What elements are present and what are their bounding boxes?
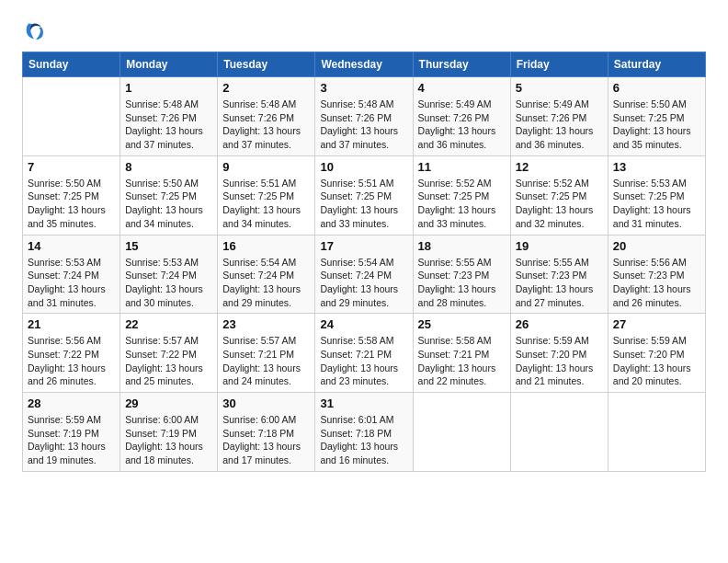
page-header <box>22 18 706 44</box>
day-number: 7 <box>28 160 115 174</box>
calendar-cell: 26Sunrise: 5:59 AM Sunset: 7:20 PM Dayli… <box>510 314 608 393</box>
calendar-cell: 3Sunrise: 5:48 AM Sunset: 7:26 PM Daylig… <box>315 77 413 156</box>
day-number: 31 <box>320 396 407 410</box>
day-info: Sunrise: 6:00 AM Sunset: 7:19 PM Dayligh… <box>125 413 212 467</box>
calendar-cell: 6Sunrise: 5:50 AM Sunset: 7:25 PM Daylig… <box>608 77 705 156</box>
weekday-header: Wednesday <box>315 52 413 77</box>
calendar-cell <box>608 393 705 472</box>
calendar-cell: 12Sunrise: 5:52 AM Sunset: 7:25 PM Dayli… <box>510 155 608 235</box>
calendar-cell: 14Sunrise: 5:53 AM Sunset: 7:24 PM Dayli… <box>23 235 120 314</box>
day-info: Sunrise: 6:00 AM Sunset: 7:18 PM Dayligh… <box>222 413 310 467</box>
day-info: Sunrise: 5:54 AM Sunset: 7:24 PM Dayligh… <box>320 256 407 310</box>
day-number: 30 <box>222 396 310 410</box>
calendar-week-row: 1Sunrise: 5:48 AM Sunset: 7:26 PM Daylig… <box>23 77 706 156</box>
day-number: 9 <box>222 160 310 174</box>
day-info: Sunrise: 5:59 AM Sunset: 7:20 PM Dayligh… <box>613 334 700 388</box>
day-info: Sunrise: 5:55 AM Sunset: 7:23 PM Dayligh… <box>418 256 506 310</box>
day-number: 26 <box>516 317 603 331</box>
day-info: Sunrise: 5:53 AM Sunset: 7:25 PM Dayligh… <box>613 177 700 231</box>
day-number: 1 <box>125 81 212 95</box>
day-number: 12 <box>516 160 603 174</box>
day-info: Sunrise: 5:57 AM Sunset: 7:22 PM Dayligh… <box>125 334 212 388</box>
day-number: 3 <box>320 81 407 95</box>
day-number: 10 <box>320 160 407 174</box>
day-info: Sunrise: 5:50 AM Sunset: 7:25 PM Dayligh… <box>613 98 700 152</box>
calendar-cell: 11Sunrise: 5:52 AM Sunset: 7:25 PM Dayli… <box>413 155 510 235</box>
day-info: Sunrise: 5:56 AM Sunset: 7:22 PM Dayligh… <box>28 334 115 388</box>
day-number: 24 <box>320 317 407 331</box>
calendar-cell: 21Sunrise: 5:56 AM Sunset: 7:22 PM Dayli… <box>23 314 120 393</box>
calendar-cell: 28Sunrise: 5:59 AM Sunset: 7:19 PM Dayli… <box>23 393 120 472</box>
calendar-cell: 8Sunrise: 5:50 AM Sunset: 7:25 PM Daylig… <box>120 155 218 235</box>
day-number: 13 <box>613 160 700 174</box>
day-info: Sunrise: 5:49 AM Sunset: 7:26 PM Dayligh… <box>418 98 506 152</box>
calendar-cell: 10Sunrise: 5:51 AM Sunset: 7:25 PM Dayli… <box>315 155 413 235</box>
day-info: Sunrise: 5:58 AM Sunset: 7:21 PM Dayligh… <box>320 334 407 388</box>
day-info: Sunrise: 5:48 AM Sunset: 7:26 PM Dayligh… <box>222 98 310 152</box>
day-info: Sunrise: 5:53 AM Sunset: 7:24 PM Dayligh… <box>28 256 115 310</box>
calendar-cell <box>510 393 608 472</box>
weekday-header: Friday <box>510 52 608 77</box>
day-number: 23 <box>222 317 310 331</box>
calendar-cell: 17Sunrise: 5:54 AM Sunset: 7:24 PM Dayli… <box>315 235 413 314</box>
weekday-header: Thursday <box>413 52 510 77</box>
day-info: Sunrise: 6:01 AM Sunset: 7:18 PM Dayligh… <box>320 413 407 467</box>
calendar-cell: 15Sunrise: 5:53 AM Sunset: 7:24 PM Dayli… <box>120 235 218 314</box>
day-info: Sunrise: 5:56 AM Sunset: 7:23 PM Dayligh… <box>613 256 700 310</box>
day-info: Sunrise: 5:48 AM Sunset: 7:26 PM Dayligh… <box>125 98 212 152</box>
weekday-header: Monday <box>120 52 218 77</box>
day-info: Sunrise: 5:55 AM Sunset: 7:23 PM Dayligh… <box>516 256 603 310</box>
day-number: 15 <box>125 239 212 253</box>
calendar-cell: 19Sunrise: 5:55 AM Sunset: 7:23 PM Dayli… <box>510 235 608 314</box>
day-info: Sunrise: 5:59 AM Sunset: 7:19 PM Dayligh… <box>28 413 115 467</box>
day-number: 4 <box>418 81 506 95</box>
day-info: Sunrise: 5:52 AM Sunset: 7:25 PM Dayligh… <box>516 177 603 231</box>
calendar-cell: 1Sunrise: 5:48 AM Sunset: 7:26 PM Daylig… <box>120 77 218 156</box>
day-number: 21 <box>28 317 115 331</box>
calendar-week-row: 21Sunrise: 5:56 AM Sunset: 7:22 PM Dayli… <box>23 314 706 393</box>
day-number: 8 <box>125 160 212 174</box>
calendar-cell <box>413 393 510 472</box>
day-number: 11 <box>418 160 506 174</box>
day-info: Sunrise: 5:54 AM Sunset: 7:24 PM Dayligh… <box>222 256 310 310</box>
day-info: Sunrise: 5:51 AM Sunset: 7:25 PM Dayligh… <box>222 177 310 231</box>
day-info: Sunrise: 5:49 AM Sunset: 7:26 PM Dayligh… <box>516 98 603 152</box>
calendar-cell: 30Sunrise: 6:00 AM Sunset: 7:18 PM Dayli… <box>218 393 315 472</box>
calendar-week-row: 7Sunrise: 5:50 AM Sunset: 7:25 PM Daylig… <box>23 155 706 235</box>
calendar-table: SundayMondayTuesdayWednesdayThursdayFrid… <box>22 52 706 472</box>
day-number: 18 <box>418 239 506 253</box>
logo-icon <box>22 18 48 44</box>
day-number: 25 <box>418 317 506 331</box>
calendar-week-row: 28Sunrise: 5:59 AM Sunset: 7:19 PM Dayli… <box>23 393 706 472</box>
day-number: 28 <box>28 396 115 410</box>
day-number: 22 <box>125 317 212 331</box>
day-number: 6 <box>613 81 700 95</box>
calendar-cell: 18Sunrise: 5:55 AM Sunset: 7:23 PM Dayli… <box>413 235 510 314</box>
calendar-cell: 7Sunrise: 5:50 AM Sunset: 7:25 PM Daylig… <box>23 155 120 235</box>
day-info: Sunrise: 5:58 AM Sunset: 7:21 PM Dayligh… <box>418 334 506 388</box>
day-info: Sunrise: 5:48 AM Sunset: 7:26 PM Dayligh… <box>320 98 407 152</box>
calendar-cell: 13Sunrise: 5:53 AM Sunset: 7:25 PM Dayli… <box>608 155 705 235</box>
calendar-cell: 4Sunrise: 5:49 AM Sunset: 7:26 PM Daylig… <box>413 77 510 156</box>
day-info: Sunrise: 5:53 AM Sunset: 7:24 PM Dayligh… <box>125 256 212 310</box>
day-number: 14 <box>28 239 115 253</box>
calendar-cell: 25Sunrise: 5:58 AM Sunset: 7:21 PM Dayli… <box>413 314 510 393</box>
day-number: 20 <box>613 239 700 253</box>
calendar-cell: 24Sunrise: 5:58 AM Sunset: 7:21 PM Dayli… <box>315 314 413 393</box>
weekday-header: Saturday <box>608 52 705 77</box>
calendar-cell: 2Sunrise: 5:48 AM Sunset: 7:26 PM Daylig… <box>218 77 315 156</box>
weekday-header: Sunday <box>23 52 120 77</box>
day-number: 16 <box>222 239 310 253</box>
day-info: Sunrise: 5:50 AM Sunset: 7:25 PM Dayligh… <box>125 177 212 231</box>
day-number: 29 <box>125 396 212 410</box>
day-number: 27 <box>613 317 700 331</box>
day-info: Sunrise: 5:59 AM Sunset: 7:20 PM Dayligh… <box>516 334 603 388</box>
day-info: Sunrise: 5:50 AM Sunset: 7:25 PM Dayligh… <box>28 177 115 231</box>
day-number: 17 <box>320 239 407 253</box>
calendar-week-row: 14Sunrise: 5:53 AM Sunset: 7:24 PM Dayli… <box>23 235 706 314</box>
day-number: 2 <box>222 81 310 95</box>
day-info: Sunrise: 5:51 AM Sunset: 7:25 PM Dayligh… <box>320 177 407 231</box>
calendar-cell: 29Sunrise: 6:00 AM Sunset: 7:19 PM Dayli… <box>120 393 218 472</box>
calendar-cell: 20Sunrise: 5:56 AM Sunset: 7:23 PM Dayli… <box>608 235 705 314</box>
logo <box>22 18 51 44</box>
